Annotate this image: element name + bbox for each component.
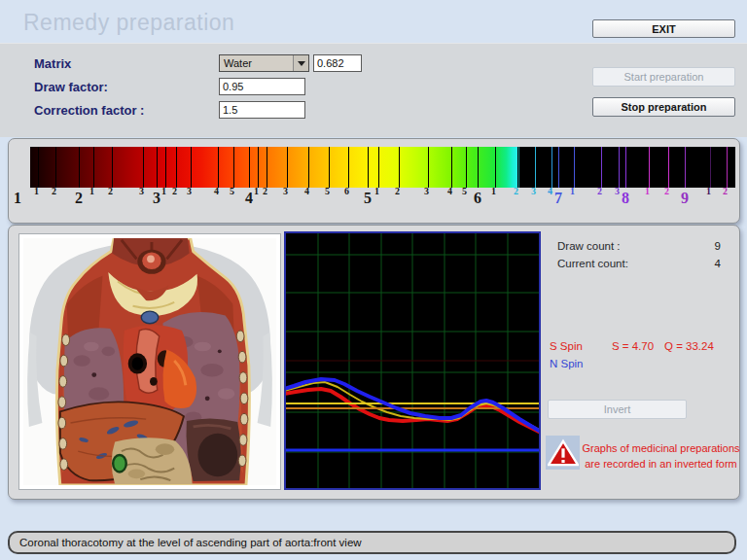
graph-canvas [284,231,541,490]
remedy-preparation-window: Remedy preparation EXIT Matrix Draw fact… [0,0,747,560]
spectrum-scale: 1122123312345412345651234561234712381291… [9,139,739,223]
n-spin-label: N Spin [550,358,584,369]
status-text: Coronal thoracotomy at the level of asce… [10,537,362,548]
spectrum-minor-label: 2 [723,186,728,196]
spectrum-minor-label: 2 [172,186,177,196]
spectrum-major-label: 1 [14,190,21,207]
spectrum-major-label: 4 [245,190,253,207]
spectrum-minor-label: 2 [395,186,400,196]
spectrum-major-label: 6 [474,190,481,207]
spectrum-minor-label: 6 [344,186,349,196]
spectrum-minor-label: 5 [325,186,330,196]
spectrum-minor-label: 5 [462,186,467,196]
spectrum-major-label: 3 [153,190,160,207]
spectrum-minor-label: 1 [706,186,711,196]
spectrum-minor-label: 1 [254,186,259,196]
correction-factor-label: Correction factor : [34,103,144,118]
draw-count-value: 9 [672,240,721,252]
spectrum-minor-label: 2 [108,186,113,196]
spectrum-minor-label: 4 [548,186,552,196]
spectrum-minor-label: 5 [230,186,234,196]
spectrum-minor-label: 3 [424,186,429,196]
spectrum-major-label: 9 [681,190,689,207]
s-spin-label: S Spin [550,340,583,352]
matrix-select[interactable]: Water [219,54,309,72]
status-bar: Coronal thoracotomy at the level of asce… [8,531,736,554]
spectrum-minor-label: 4 [304,186,309,196]
spectrum-minor-label: 1 [161,186,166,196]
invert-button[interactable]: Invert [548,400,687,419]
current-count-label: Current count: [557,258,628,269]
spectrum-minor-label: 2 [664,186,669,196]
current-count-value: 4 [672,258,721,269]
spectrum-minor-label: 2 [597,186,602,196]
spectrum-panel: 1122123312345412345651234561234712381291… [8,138,740,224]
main-panel: Draw count : 9 Current count: 4 S Spin S… [8,225,740,500]
spectrum-minor-label: 2 [263,186,267,196]
spectrum-major-label: 8 [622,190,629,207]
warning-text-line2: are recorded in an inverted form [581,457,741,472]
spectrum-minor-label: 3 [139,186,144,196]
s-spin-q-value: Q = 33.24 [664,340,714,352]
spectrum-minor-label: 4 [214,186,219,196]
draw-count-label: Draw count : [557,240,621,252]
spectrum-minor-label: 3 [283,186,288,196]
spectrum-minor-label: 3 [531,186,536,196]
page-title: Remedy preparation [23,10,234,36]
matrix-select-value: Water [220,57,293,69]
spectrum-minor-label: 3 [615,186,620,196]
spectrum-minor-label: 1 [34,186,39,196]
dropdown-arrow-icon[interactable] [293,55,308,71]
draw-factor-label: Draw factor: [34,80,108,94]
spectrum-minor-label: 3 [187,186,192,196]
form-band [0,43,747,137]
warning-text-line1: Graphs of medicinal preparations [581,441,741,456]
correction-factor-input[interactable] [219,101,305,119]
anatomy-frame [18,233,281,490]
spectrum-minor-label: 4 [447,186,452,196]
s-spin-s-value: S = 4.70 [612,340,654,352]
spectrum-minor-label: 2 [514,186,518,196]
spectrum-minor-label: 1 [645,186,650,196]
spectrum-major-label: 5 [364,190,372,207]
warning-icon [546,436,580,470]
start-preparation-button[interactable]: Start preparation [592,67,735,87]
draw-factor-input[interactable] [219,78,305,95]
matrix-factor-input[interactable] [313,54,362,72]
stop-preparation-button[interactable]: Stop preparation [592,97,735,117]
spectrum-major-label: 2 [75,190,83,207]
spectrum-minor-label: 1 [491,186,496,196]
matrix-label: Matrix [34,56,71,71]
spectrum-minor-label: 2 [52,186,56,196]
exit-button[interactable]: EXIT [592,19,735,38]
spectrum-major-label: 7 [554,190,562,207]
spectrum-minor-label: 1 [374,186,379,196]
anatomy-image [23,238,276,485]
graph-panel [284,231,541,490]
spectrum-minor-label: 1 [570,186,575,196]
spectrum-minor-label: 1 [89,186,94,196]
